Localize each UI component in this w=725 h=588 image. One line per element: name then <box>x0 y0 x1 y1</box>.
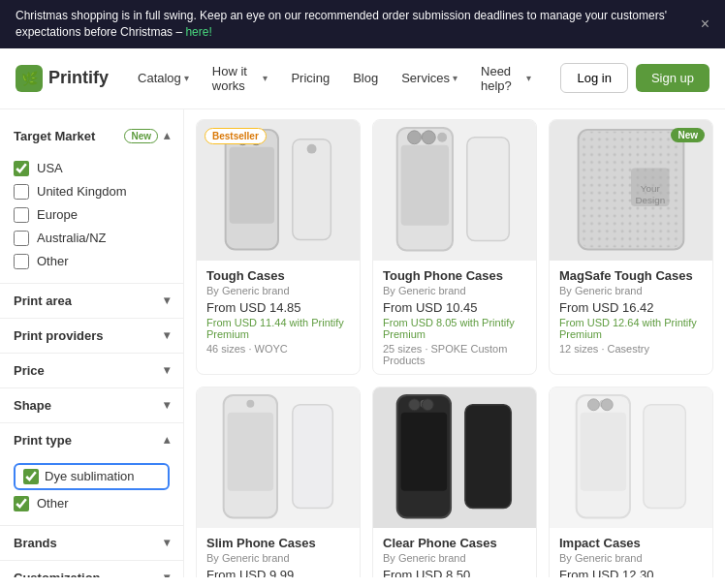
product-image-0: Bestseller <box>197 120 360 261</box>
logo-text: Printify <box>48 68 109 88</box>
product-info-1: Tough Phone Cases By Generic brand From … <box>373 261 536 374</box>
product-name-1: Tough Phone Cases <box>383 268 526 283</box>
brands-header[interactable]: Brands ▾ <box>0 526 183 560</box>
chevron-down-icon: ▾ <box>453 73 457 83</box>
svg-rect-35 <box>644 405 685 509</box>
svg-point-10 <box>408 131 422 144</box>
product-info-4: Clear Phone Cases By Generic brand From … <box>373 528 536 577</box>
product-card-4[interactable]: Clear Phone Cases By Generic brand From … <box>372 387 537 577</box>
product-card-1[interactable]: Tough Phone Cases By Generic brand From … <box>372 119 537 375</box>
customization-header[interactable]: Customization ▾ <box>0 561 183 577</box>
chevron-down-icon: ▾ <box>526 73 531 83</box>
print-type-other[interactable]: Other <box>14 492 170 515</box>
close-icon[interactable]: × <box>701 14 709 35</box>
product-grid-area: Bestseller Tough Cases By Generic brand <box>184 109 725 577</box>
product-price-2: From USD 16.42 <box>559 300 703 315</box>
shape-header[interactable]: Shape ▾ <box>0 388 183 422</box>
chevron-down-icon: ▾ <box>263 73 268 83</box>
svg-rect-23 <box>293 405 333 509</box>
product-card-2[interactable]: New Your Design MagSafe Tough Cases <box>549 119 713 375</box>
target-market-anz[interactable]: Australia/NZ <box>14 227 170 250</box>
print-providers-section: Print providers ▾ <box>0 319 183 354</box>
svg-rect-1 <box>230 147 274 224</box>
other-checkbox[interactable] <box>14 254 29 269</box>
dye-sublimation-checkbox[interactable] <box>23 469 39 484</box>
product-name-0: Tough Cases <box>206 268 350 283</box>
banner-text: Christmas shopping is in full swing. Kee… <box>16 8 701 41</box>
nav-blog[interactable]: Blog <box>343 65 388 91</box>
product-name-2: MagSafe Tough Cases <box>559 268 703 283</box>
target-market-uk[interactable]: United Kingdom <box>14 180 170 203</box>
product-brand-4: By Generic brand <box>383 552 526 564</box>
product-info-2: MagSafe Tough Cases By Generic brand Fro… <box>550 261 712 362</box>
print-providers-header[interactable]: Print providers ▾ <box>0 319 183 353</box>
product-price-4: From USD 8.50 <box>383 568 526 577</box>
chevron-down-icon: ▾ <box>164 328 170 342</box>
filter-sidebar: Target Market New ▴ USA United Kingdom E <box>0 109 184 577</box>
site-header: 🌿 Printify Catalog ▾ How it works ▾ Pric… <box>0 48 725 109</box>
target-market-usa[interactable]: USA <box>14 157 170 180</box>
brands-section: Brands ▾ <box>0 526 183 561</box>
product-brand-1: By Generic brand <box>383 285 526 296</box>
print-type-other-checkbox[interactable] <box>14 496 29 511</box>
nav-services[interactable]: Services ▾ <box>392 65 467 91</box>
promo-banner: Christmas shopping is in full swing. Kee… <box>0 0 725 48</box>
svg-rect-21 <box>228 413 273 491</box>
svg-point-28 <box>422 399 433 411</box>
svg-rect-25 <box>401 413 447 491</box>
product-name-4: Clear Phone Cases <box>383 536 526 550</box>
product-brand-3: By Generic brand <box>206 552 350 564</box>
product-card-0[interactable]: Bestseller Tough Cases By Generic brand <box>196 119 361 375</box>
svg-text:Your: Your <box>641 184 661 195</box>
product-price-0: From USD 14.85 <box>206 300 350 315</box>
nav-how-it-works[interactable]: How it works ▾ <box>203 58 278 99</box>
customization-section: Customization ▾ <box>0 561 183 577</box>
product-premium-0: From USD 11.44 with Printify Premium <box>206 317 350 340</box>
chevron-down-icon: ▾ <box>164 398 170 412</box>
product-grid: Bestseller Tough Cases By Generic brand <box>196 119 713 577</box>
product-card-5[interactable]: Impact Cases By Generic brand From USD 1… <box>549 387 713 577</box>
price-header[interactable]: Price ▾ <box>0 354 183 387</box>
logo[interactable]: 🌿 Printify <box>16 65 109 92</box>
banner-link[interactable]: here! <box>185 25 211 39</box>
product-info-3: Slim Phone Cases By Generic brand From U… <box>197 528 360 577</box>
nav-catalog[interactable]: Catalog ▾ <box>128 65 199 91</box>
product-image-2: New Your Design <box>550 120 712 261</box>
main-layout: Target Market New ▴ USA United Kingdom E <box>0 109 725 577</box>
main-nav: Catalog ▾ How it works ▾ Pricing Blog Se… <box>128 58 541 99</box>
print-type-header[interactable]: Print type ▴ <box>0 423 183 457</box>
product-image-3 <box>197 387 360 528</box>
print-area-header[interactable]: Print area ▾ <box>0 284 183 318</box>
target-market-europe[interactable]: Europe <box>14 203 170 227</box>
chevron-down-icon: ▾ <box>184 73 189 83</box>
print-type-dye-sublimation[interactable]: Dye sublimation <box>14 463 170 490</box>
login-button[interactable]: Log in <box>560 63 627 93</box>
nav-help[interactable]: Need help? ▾ <box>471 58 541 99</box>
price-section: Price ▾ <box>0 354 183 388</box>
svg-rect-31 <box>581 413 626 491</box>
new-badge: New <box>671 128 705 142</box>
target-market-header[interactable]: Target Market New ▴ <box>0 119 183 153</box>
anz-checkbox[interactable] <box>14 231 29 246</box>
product-name-3: Slim Phone Cases <box>206 536 350 550</box>
svg-rect-5 <box>293 139 331 240</box>
product-image-5 <box>550 387 712 528</box>
target-market-section: Target Market New ▴ USA United Kingdom E <box>0 119 183 284</box>
europe-checkbox[interactable] <box>14 207 29 223</box>
chevron-down-icon: ▾ <box>164 536 170 549</box>
usa-checkbox[interactable] <box>14 161 29 176</box>
product-premium-2: From USD 12.64 with Printify Premium <box>559 317 703 340</box>
signup-button[interactable]: Sign up <box>636 64 709 92</box>
uk-checkbox[interactable] <box>14 184 29 200</box>
product-card-3[interactable]: Slim Phone Cases By Generic brand From U… <box>196 387 361 577</box>
print-type-section: Print type ▴ Dye sublimation Other <box>0 423 183 526</box>
svg-point-33 <box>588 399 600 411</box>
svg-rect-8 <box>401 145 449 226</box>
product-meta-1: 25 sizes · SPOKE Custom Products <box>383 343 526 366</box>
chevron-down-icon: ▾ <box>164 363 170 377</box>
target-market-other[interactable]: Other <box>14 250 170 273</box>
new-badge: New <box>124 129 158 143</box>
product-brand-0: By Generic brand <box>206 285 350 296</box>
nav-pricing[interactable]: Pricing <box>281 65 339 91</box>
chevron-up-icon: ▴ <box>164 433 170 447</box>
